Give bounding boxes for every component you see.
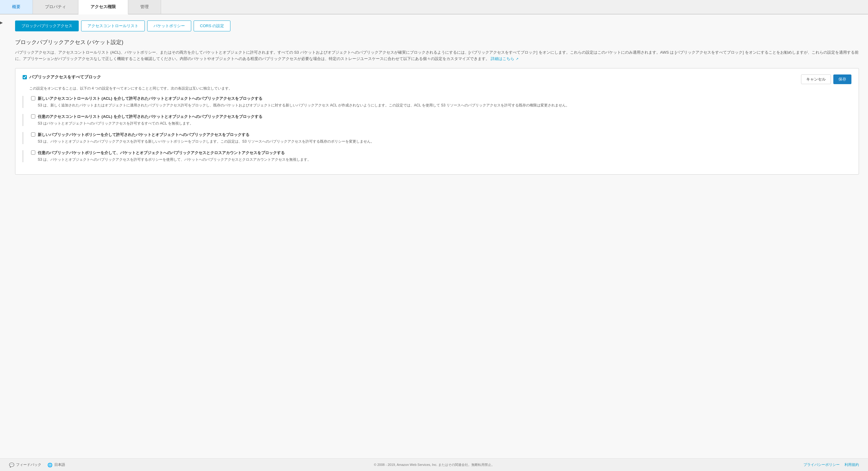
new-acl-desc: S3 は、新しく追加されたバケットまたはオブジェクトに適用されたパブリックアクセ… <box>38 102 851 108</box>
sub-setting-new-acl-row: 新しいアクセスコントロールリスト (ACL) を介して許可されたバケットとオブジ… <box>31 96 851 101</box>
sub-setting-new-policy: 新しいパブリックバケットポリシーを介して許可されたバケットとオブジェクトへのパブ… <box>23 132 851 144</box>
external-link-icon: ↗ <box>516 57 519 61</box>
action-buttons: キャンセル 保存 <box>801 74 851 84</box>
language-label: 日本語 <box>54 462 65 467</box>
main-checkbox-row: パブリックアクセスをすべてブロック キャンセル 保存 <box>23 74 851 84</box>
sub-tab-block-public-access[interactable]: ブロックパブリックアクセス <box>15 21 79 31</box>
details-link[interactable]: 詳細はこちら ↗ <box>491 56 519 61</box>
settings-box: パブリックアクセスをすべてブロック キャンセル 保存 この設定をオンにすることは… <box>15 68 859 175</box>
tab-management[interactable]: 管理 <box>128 0 161 14</box>
tab-properties[interactable]: プロパティ <box>33 0 79 14</box>
any-policy-title: 任意のパブリックバケットポリシーを介して、バケットとオブジェクトへのパブリックア… <box>38 150 285 156</box>
block-all-checkbox[interactable] <box>23 75 27 79</box>
any-acl-checkbox[interactable] <box>31 114 35 119</box>
new-policy-desc: S3 は、バケットとオブジェクトへのパブリックアクセスを許可する新しいバケットポ… <box>38 139 851 144</box>
sub-setting-any-acl-row: 任意のアクセスコントロールリスト (ACL) を介して許可されたバケットとオブジ… <box>31 114 851 119</box>
any-policy-checkbox[interactable] <box>31 151 35 155</box>
sub-tab-cors[interactable]: CORS の設定 <box>194 21 230 31</box>
description-text: パブリックアクセスは、アクセスコントロールリスト (ACL)、バケットポリシー、… <box>15 50 859 62</box>
feedback-label: フィードバック <box>16 462 41 467</box>
sub-setting-any-acl: 任意のアクセスコントロールリスト (ACL) を介して許可されたバケットとオブジ… <box>23 114 851 126</box>
sub-tab-bucket-policy[interactable]: バケットポリシー <box>147 21 191 31</box>
sub-tab-acl[interactable]: アクセスコントロールリスト <box>81 21 145 31</box>
main-checkbox-hint: この設定をオンにすることは、以下の 4 つの設定をすべてオンにすることと同じです… <box>29 86 851 91</box>
main-checkbox-label[interactable]: パブリックアクセスをすべてブロック <box>23 74 101 80</box>
sidebar-arrow[interactable]: ▶ <box>0 14 6 458</box>
tab-access[interactable]: アクセス権限 <box>79 0 128 14</box>
feedback-button[interactable]: 💬 フィードバック <box>9 462 41 467</box>
sub-setting-new-acl: 新しいアクセスコントロールリスト (ACL) を介して許可されたバケットとオブジ… <box>23 96 851 108</box>
any-acl-title: 任意のアクセスコントロールリスト (ACL) を介して許可されたバケットとオブジ… <box>38 114 262 119</box>
block-all-label: パブリックアクセスをすべてブロック <box>29 74 101 80</box>
sub-setting-new-policy-row: 新しいパブリックバケットポリシーを介して許可されたバケットとオブジェクトへのパブ… <box>31 132 851 137</box>
footer-copyright: © 2008 - 2019, Amazon Web Services, Inc.… <box>374 463 495 467</box>
new-acl-title: 新しいアクセスコントロールリスト (ACL) を介して許可されたバケットとオブジ… <box>38 96 262 101</box>
terms-of-use-link[interactable]: 利用規約 <box>844 462 859 467</box>
sub-setting-new-policy-inner: 新しいパブリックバケットポリシーを介して許可されたバケットとオブジェクトへのパブ… <box>28 132 851 144</box>
language-selector[interactable]: 🌐 日本語 <box>48 462 65 467</box>
new-policy-checkbox[interactable] <box>31 132 35 136</box>
sub-setting-any-policy-row: 任意のパブリックバケットポリシーを介して、バケットとオブジェクトへのパブリックア… <box>31 150 851 156</box>
sub-setting-any-policy-inner: 任意のパブリックバケットポリシーを介して、バケットとオブジェクトへのパブリックア… <box>28 150 851 162</box>
globe-icon: 🌐 <box>48 463 53 467</box>
new-policy-title: 新しいパブリックバケットポリシーを介して許可されたバケットとオブジェクトへのパブ… <box>38 132 249 137</box>
sub-setting-any-acl-inner: 任意のアクセスコントロールリスト (ACL) を介して許可されたバケットとオブジ… <box>28 114 851 126</box>
sub-tab-bar: ブロックパブリックアクセス アクセスコントロールリスト バケットポリシー COR… <box>15 21 859 31</box>
main-content: ブロックパブリックアクセス アクセスコントロールリスト バケットポリシー COR… <box>6 14 868 458</box>
footer-left: 💬 フィードバック 🌐 日本語 <box>9 462 65 467</box>
footer-links: プライバシーポリシー 利用規約 <box>803 462 859 467</box>
top-tab-bar: 概要 プロパティ アクセス権限 管理 <box>0 0 868 14</box>
cancel-button[interactable]: キャンセル <box>801 74 831 84</box>
chat-icon: 💬 <box>9 463 14 467</box>
tab-overview[interactable]: 概要 <box>0 0 33 14</box>
any-policy-desc: S3 は、バケットとオブジェクトへのパブリックアクセスを許可するポリシーを使用し… <box>38 157 851 162</box>
any-acl-desc: S3 はバケットとオブジェクトへのパブリックアクセスを許可するすべての ACL … <box>38 121 851 126</box>
save-button[interactable]: 保存 <box>833 74 851 84</box>
new-acl-checkbox[interactable] <box>31 96 35 100</box>
sub-setting-new-acl-inner: 新しいアクセスコントロールリスト (ACL) を介して許可されたバケットとオブジ… <box>28 96 851 108</box>
privacy-policy-link[interactable]: プライバシーポリシー <box>803 462 840 467</box>
section-title: ブロックパブリックアクセス (バケット設定) <box>15 39 859 46</box>
footer: 💬 フィードバック 🌐 日本語 © 2008 - 2019, Amazon We… <box>0 458 868 471</box>
sub-setting-any-policy: 任意のパブリックバケットポリシーを介して、バケットとオブジェクトへのパブリックア… <box>23 150 851 162</box>
